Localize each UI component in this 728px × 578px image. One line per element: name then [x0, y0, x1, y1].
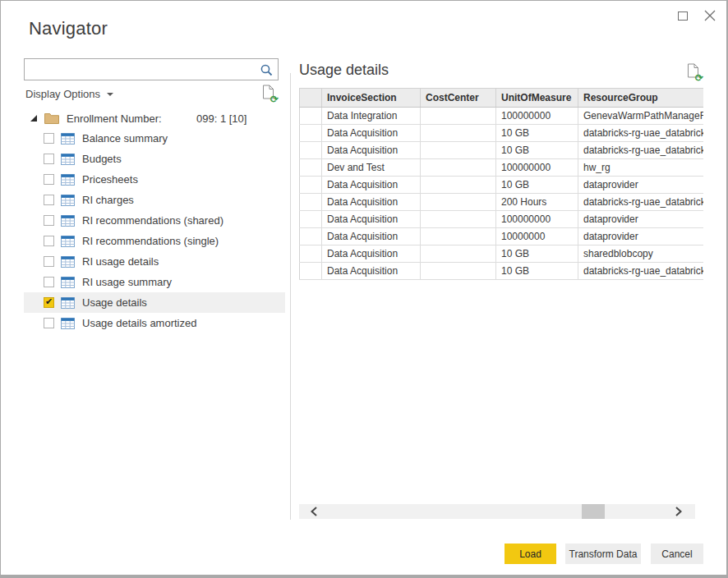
table-row: Data Integration 100000000 GenevaWarmPat…	[300, 108, 704, 125]
table-cell: sharedblobcopy	[578, 245, 704, 263]
table-cell	[300, 245, 322, 263]
dataset-item-label: RI recommendations (shared)	[82, 214, 223, 227]
table-icon	[61, 256, 75, 268]
dataset-item-usage-details-amortized[interactable]: Usage details amortized	[24, 313, 285, 333]
checkbox[interactable]	[44, 195, 54, 205]
checkbox-checked[interactable]	[44, 297, 54, 308]
maximize-icon	[678, 11, 688, 21]
column-header-unitofmeasure: UnitOfMeasure	[496, 89, 578, 108]
table-cell	[421, 177, 496, 194]
table-cell	[300, 194, 322, 211]
close-icon	[704, 10, 716, 21]
folder-icon	[44, 112, 59, 124]
table-cell: 100000000	[496, 108, 578, 125]
search-box	[24, 58, 279, 80]
checkbox[interactable]	[44, 215, 54, 226]
dataset-item-ri-recommendations-single[interactable]: RI recommendations (single)	[24, 231, 285, 251]
search-input[interactable]	[30, 60, 256, 79]
checkbox[interactable]	[44, 154, 54, 164]
navigator-dialog: Navigator Display Options ⟳	[0, 0, 728, 578]
tree-root-enrollment[interactable]: Enrollment Number: 099: 1 [10]	[24, 108, 285, 128]
dataset-item-label: Usage details	[82, 296, 147, 309]
display-options-dropdown[interactable]: Display Options	[25, 86, 113, 101]
dataset-list: Balance summary Budgets Pricesheets RI c…	[24, 128, 285, 333]
table-icon	[61, 297, 75, 309]
table-cell: databricks-rg-uae_databricks-	[578, 263, 704, 280]
checkbox[interactable]	[44, 133, 54, 144]
refresh-arrows-icon: ⟳	[695, 73, 703, 83]
table-cell: Data Acquisition	[322, 194, 421, 211]
table-cell: 10 GB	[496, 177, 578, 194]
table-cell: Data Acquisition	[322, 142, 421, 159]
checkbox[interactable]	[44, 256, 54, 267]
table-cell	[421, 125, 496, 142]
table-cell: 10 GB	[496, 142, 578, 159]
checkbox[interactable]	[44, 174, 54, 185]
chevron-left-icon	[311, 507, 317, 516]
scrollbar-thumb[interactable]	[582, 504, 605, 519]
close-button[interactable]	[699, 7, 721, 24]
checkbox[interactable]	[44, 236, 54, 246]
dataset-item-label: RI recommendations (single)	[82, 235, 219, 247]
scroll-right-button[interactable]	[674, 507, 684, 516]
table-icon	[61, 277, 75, 288]
table-cell	[300, 125, 322, 142]
table-cell	[421, 142, 496, 159]
maximize-button[interactable]	[672, 7, 693, 24]
table-icon	[61, 318, 75, 329]
table-cell: databricks-rg-uae_databricks-	[578, 142, 704, 159]
table-cell: 10 GB	[496, 125, 578, 142]
table-row: Dev and Test 100000000 hw_rg	[300, 159, 704, 177]
table-icon	[61, 215, 75, 227]
table-cell: Data Acquisition	[322, 125, 421, 142]
column-header-costcenter: CostCenter	[421, 89, 496, 108]
dataset-item-label: Pricesheets	[82, 173, 138, 186]
table-icon	[61, 236, 75, 247]
preview-title: Usage details	[299, 62, 389, 79]
dialog-title: Navigator	[29, 18, 108, 39]
table-cell: Data Acquisition	[322, 263, 421, 280]
checkbox[interactable]	[44, 277, 54, 287]
table-cell: Data Integration	[322, 108, 421, 125]
dataset-item-usage-details[interactable]: Usage details	[24, 292, 285, 313]
column-header-resourcegroup: ResourceGroup	[578, 89, 704, 108]
table-row: Data Acquisition 10 GB databricks-rg-uae…	[300, 263, 704, 280]
table-cell: databricks-rg-uae_databricks-	[578, 194, 704, 211]
load-button[interactable]: Load	[505, 544, 556, 564]
table-cell	[421, 159, 496, 177]
dataset-item-ri-usage-summary[interactable]: RI usage summary	[24, 272, 285, 292]
refresh-button[interactable]: ⟳	[262, 85, 276, 101]
table-icon	[61, 174, 75, 186]
search-icon[interactable]	[260, 63, 274, 77]
dataset-item-pricesheets[interactable]: Pricesheets	[24, 169, 285, 190]
table-cell	[421, 228, 496, 245]
table-cell	[421, 194, 496, 211]
pane-divider	[290, 73, 291, 520]
dataset-item-label: RI usage summary	[82, 276, 172, 288]
table-cell	[421, 263, 496, 280]
scroll-left-button[interactable]	[309, 507, 319, 516]
dataset-item-label: RI charges	[82, 194, 134, 206]
checkbox[interactable]	[44, 318, 54, 328]
horizontal-scrollbar[interactable]	[299, 504, 695, 519]
transform-data-button[interactable]: Transform Data	[565, 544, 641, 564]
table-cell	[421, 211, 496, 228]
table-header-row: InvoiceSection CostCenter UnitOfMeasure …	[300, 89, 704, 108]
table-cell: Data Acquisition	[322, 177, 421, 194]
chevron-right-icon	[675, 507, 682, 516]
expand-collapse-icon[interactable]	[30, 115, 37, 122]
tree-root-label: Enrollment Number:	[67, 112, 162, 125]
dataset-item-ri-recommendations-shared[interactable]: RI recommendations (shared)	[24, 210, 285, 231]
table-cell: databricks-rg-uae_databricks-	[578, 125, 704, 142]
cancel-button[interactable]: Cancel	[651, 544, 703, 564]
table-cell	[300, 263, 322, 280]
dataset-item-balance-summary[interactable]: Balance summary	[24, 128, 285, 149]
dataset-item-budgets[interactable]: Budgets	[24, 149, 285, 169]
table-icon	[61, 195, 75, 206]
dataset-item-ri-usage-details[interactable]: RI usage details	[24, 251, 285, 272]
preview-refresh-button[interactable]: ⟳	[687, 63, 701, 80]
table-cell: dataprovider	[578, 177, 704, 194]
table-cell: GenevaWarmPathManageRG	[578, 108, 704, 125]
table-row: Data Acquisition 10000000 dataprovider	[300, 228, 704, 245]
dataset-item-ri-charges[interactable]: RI charges	[24, 190, 285, 210]
